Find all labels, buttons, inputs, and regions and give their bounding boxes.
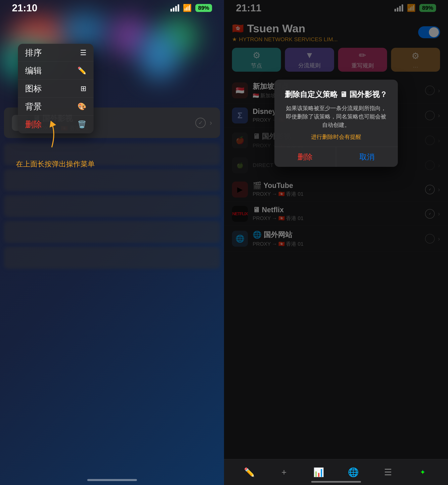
menu-item-sort-label: 排序 — [25, 47, 42, 58]
tab-menu[interactable]: ☰ — [378, 464, 398, 480]
left-home-indicator — [87, 479, 137, 481]
modal-hint: 进行删除时会有提醒 — [284, 133, 388, 141]
bg-blob-6 — [139, 30, 179, 80]
tab-add[interactable]: + — [274, 464, 294, 480]
tab-globe[interactable]: 🌐 — [344, 464, 363, 480]
modal-cancel-label: 取消 — [360, 152, 375, 162]
blurred-item-2 — [4, 169, 220, 191]
menu-item-edit-label: 编辑 — [25, 65, 42, 76]
modal-cancel-button[interactable]: 取消 — [336, 147, 398, 167]
tab-add-icon: + — [281, 467, 287, 477]
modal-delete-label: 删除 — [297, 152, 312, 162]
bg-blob-2 — [60, 12, 110, 48]
menu-item-delete[interactable]: 删除 🗑️ — [18, 115, 94, 133]
modal-title: 删除自定义策略 🖥 国外影视？ — [284, 90, 388, 99]
menu-item-background-label: 背景 — [25, 101, 42, 112]
menu-item-edit-icon: ✏️ — [77, 66, 86, 75]
menu-item-icon-label: 图标 — [25, 83, 42, 94]
modal-content: 删除自定义策略 🖥 国外影视？ 如果该策略被至少一条分流规则所指向，即使删除了该… — [274, 80, 398, 141]
delete-modal: 删除自定义策略 🖥 国外影视？ 如果该策略被至少一条分流规则所指向，即使删除了该… — [274, 80, 398, 167]
annotation-text: 在上面长按弹出操作菜单 — [16, 160, 95, 168]
menu-item-background-icon: 🎨 — [77, 102, 86, 111]
wifi-icon: 📶 — [183, 4, 192, 12]
menu-item-edit[interactable]: 编辑 ✏️ — [18, 62, 94, 80]
tab-special[interactable]: ✦ — [413, 464, 433, 480]
right-home-indicator — [311, 481, 361, 483]
menu-item-icon[interactable]: 图标 ⊞ — [18, 80, 94, 97]
menu-item-sort-icon: ☰ — [80, 48, 86, 57]
tab-stats-icon: 📊 — [313, 467, 324, 477]
left-status-icons: 📶 89% — [170, 4, 212, 12]
left-panel: 21:10 📶 89% 排序 ☰ 编辑 ✏️ 图标 ⊞ 背景 🎨 — [0, 0, 224, 485]
right-panel: 21:11 📶 89% 🇭🇰 Tsuen Wan ★ HYTRON NETWOR… — [224, 0, 448, 485]
menu-item-icon-icon: ⊞ — [80, 84, 86, 93]
menu-item-delete-label: 删除 — [25, 119, 42, 130]
modal-overlay: 删除自定义策略 🖥 国外影视？ 如果该策略被至少一条分流规则所指向，即使删除了该… — [224, 0, 448, 485]
tab-stats[interactable]: 📊 — [309, 464, 328, 480]
tab-globe-icon: 🌐 — [348, 467, 359, 477]
left-policy-chevron: › — [210, 119, 212, 127]
tab-edit-icon: ✏️ — [244, 467, 255, 477]
left-policy-card-right: ✓ › — [195, 118, 212, 128]
modal-body: 如果该策略被至少一条分流规则所指向，即使删除了该策略，同名策略也可能会被自动创建… — [284, 104, 388, 129]
left-policy-check: ✓ — [195, 118, 206, 128]
context-menu: 排序 ☰ 编辑 ✏️ 图标 ⊞ 背景 🎨 删除 🗑️ — [18, 44, 94, 133]
tab-menu-icon: ☰ — [384, 467, 392, 477]
menu-item-background[interactable]: 背景 🎨 — [18, 97, 94, 115]
battery-badge: 89% — [195, 4, 212, 12]
blurred-item-3 — [4, 195, 220, 217]
modal-delete-button[interactable]: 删除 — [274, 147, 336, 167]
annotation-container: 在上面长按弹出操作菜单 — [16, 159, 95, 169]
left-time: 21:10 — [12, 2, 37, 14]
left-status-bar: 21:10 📶 89% — [0, 0, 224, 16]
tab-special-icon: ✦ — [420, 468, 426, 477]
menu-item-delete-icon: 🗑️ — [77, 120, 86, 129]
menu-item-sort[interactable]: 排序 ☰ — [18, 44, 94, 62]
blurred-item-5 — [4, 247, 220, 269]
blurred-item-4 — [4, 221, 220, 243]
modal-actions: 删除 取消 — [274, 147, 398, 167]
signal-icon — [170, 4, 179, 12]
tab-edit[interactable]: ✏️ — [239, 464, 259, 480]
